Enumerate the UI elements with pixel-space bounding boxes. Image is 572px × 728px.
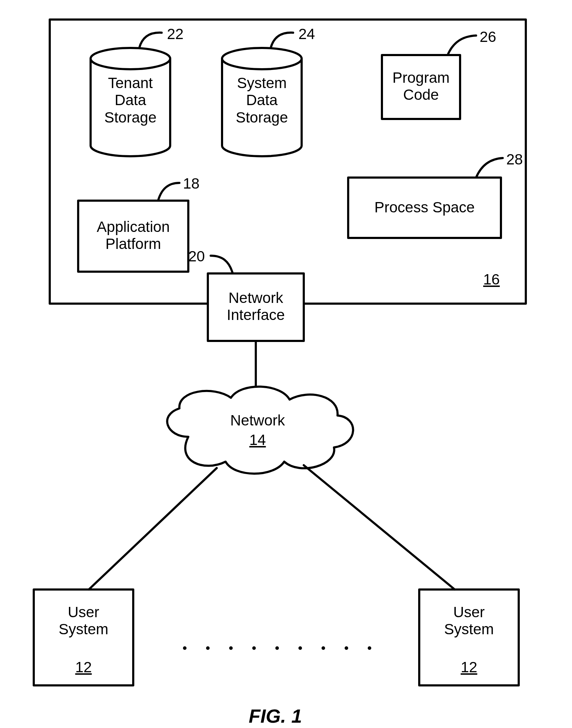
svg-point-0 [91, 48, 170, 69]
svg-point-1 [222, 48, 302, 69]
svg-point-9 [345, 646, 348, 650]
leader-24 [271, 33, 293, 48]
program-code-label: Program Code [382, 69, 460, 104]
ref-22: 22 [167, 26, 184, 43]
network-label: Network [217, 412, 298, 429]
ref-18: 18 [183, 175, 200, 192]
tenant-data-storage-label: Tenant Data Storage [91, 75, 170, 126]
figure-caption: FIG. 1 [249, 705, 302, 727]
ref-12-left: 12 [75, 659, 92, 676]
ref-20: 20 [188, 248, 205, 265]
user-systems-ellipsis [183, 646, 371, 650]
svg-point-3 [206, 646, 210, 650]
process-space-label: Process Space [348, 199, 501, 216]
link-network-to-right-user [304, 465, 455, 590]
network-interface-label: Network Interface [208, 289, 304, 324]
ref-26: 26 [480, 28, 496, 45]
svg-point-2 [183, 646, 187, 650]
system-data-storage-label: System Data Storage [222, 75, 302, 126]
leader-20 [211, 256, 233, 273]
ref-24: 24 [298, 26, 315, 43]
leader-18 [158, 183, 179, 201]
network-cloud [167, 387, 353, 474]
svg-point-5 [252, 646, 256, 650]
leader-22 [139, 33, 162, 48]
application-platform-label: Application Platform [78, 218, 188, 253]
leader-26 [448, 36, 476, 55]
ref-28: 28 [506, 151, 523, 168]
leader-28 [476, 158, 503, 178]
ref-14: 14 [249, 431, 266, 449]
svg-point-7 [298, 646, 302, 650]
server-box [50, 20, 526, 304]
diagram-stage: 22 Tenant Data Storage 24 System Data St… [0, 0, 572, 728]
svg-point-6 [275, 646, 279, 650]
svg-point-8 [322, 646, 325, 650]
ref-12-right: 12 [460, 659, 478, 676]
user-system-left-label: User System [34, 604, 133, 638]
svg-point-4 [229, 646, 233, 650]
user-system-right-label: User System [419, 604, 519, 638]
ref-16: 16 [483, 271, 500, 288]
svg-point-10 [368, 646, 371, 650]
link-network-to-left-user [89, 468, 217, 590]
